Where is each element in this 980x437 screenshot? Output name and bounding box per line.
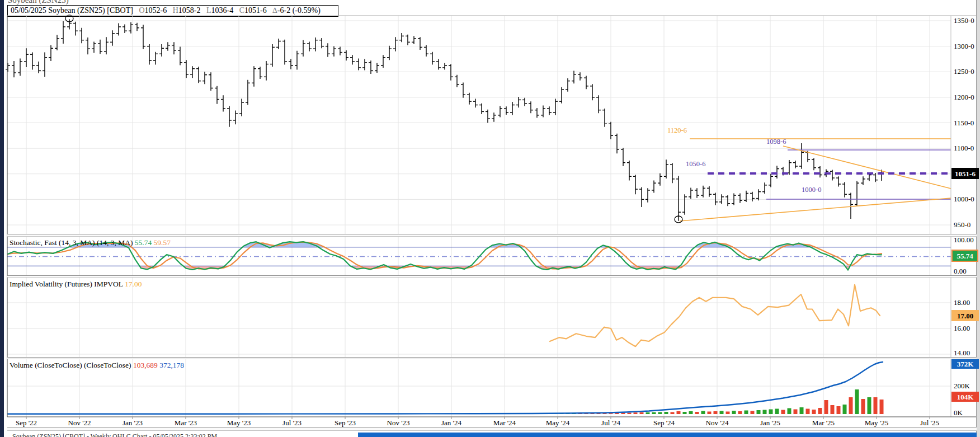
total-volume-badge: 372K xyxy=(951,359,979,369)
x-axis-label: Jan '23 xyxy=(123,419,143,427)
chart-annotation-text: 1050-6 xyxy=(686,160,705,168)
panel-divider[interactable] xyxy=(7,357,977,359)
iv-axis-label: 14.00 xyxy=(954,349,970,358)
price-axis-label: 950-0 xyxy=(954,220,970,229)
x-axis-label: Mar '23 xyxy=(175,419,197,427)
open-interest-value: 372,178 xyxy=(159,361,184,369)
panel-divider[interactable] xyxy=(7,234,977,237)
chart-annotation-text: 1120-6 xyxy=(667,126,687,135)
stochastic-k-value: 55.74 xyxy=(135,238,152,247)
x-axis-label: Jul '23 xyxy=(282,419,301,427)
x-axis-label: Jan '24 xyxy=(441,419,461,427)
stochastic-panel-label: Stochastic, Fast (14, 3, MA) (14, 3, MA)… xyxy=(10,238,171,247)
volume-axis-label: 0K xyxy=(954,408,963,417)
window-right-edge xyxy=(976,0,980,437)
x-axis-label: Mar '24 xyxy=(493,419,516,427)
clipped-footer-text: Soybean (ZSN25) [CBOT] - Weekly OHLC Cha… xyxy=(12,432,370,437)
x-axis-label: Sep '24 xyxy=(653,419,675,427)
x-axis-label: Sep '22 xyxy=(16,419,37,427)
implied-volatility-panel-label: Implied Volatility (Futures) IMPVOL 17.0… xyxy=(10,280,142,289)
volume-panel-label: Volume (CloseToClose) (CloseToClose) 103… xyxy=(10,361,184,370)
price-axis-label: 1150-0 xyxy=(954,119,974,128)
panel-divider[interactable] xyxy=(7,275,977,278)
x-axis-label: Mar '25 xyxy=(812,419,835,427)
panel-divider xyxy=(7,427,977,431)
price-axis-label: 1100-0 xyxy=(954,144,974,153)
x-axis-label: Jul '25 xyxy=(920,419,939,427)
price-axis-label: 1300-0 xyxy=(954,42,974,51)
x-axis-label: Nov '22 xyxy=(68,419,91,427)
implied-volatility-value: 17.00 xyxy=(125,280,142,288)
last-price-badge: 1051-6 xyxy=(951,168,979,179)
stochastic-badge: 55.74 xyxy=(951,250,978,262)
chart-window: Soybean (ZSN25) 05/05/2025 Soybean (ZSN2… xyxy=(0,0,980,437)
bottom-taskbar-strip[interactable] xyxy=(358,433,977,437)
x-axis-label: Nov '24 xyxy=(706,419,729,427)
x-axis-label: Jul '24 xyxy=(601,419,620,427)
stochastic-axis-label: 100.00 xyxy=(954,236,974,245)
iv-axis-label: 18.00 xyxy=(954,298,970,307)
volume-axis-label: 200K xyxy=(954,382,970,391)
iv-axis-label: 16.00 xyxy=(954,324,970,333)
price-axis-label: 1350-0 xyxy=(954,16,974,25)
volume-value: 103,689 xyxy=(133,361,158,369)
x-axis-label: May '25 xyxy=(865,419,888,427)
chart-annotation-text: 1000-0 xyxy=(802,186,821,194)
x-axis-label: Sep '23 xyxy=(334,419,356,427)
chart-canvas[interactable] xyxy=(0,0,980,437)
stochastic-d-value: 59.57 xyxy=(154,238,171,247)
stochastic-axis-label: 0.00 xyxy=(954,267,967,276)
price-axis-label: 1000-0 xyxy=(954,195,974,204)
x-axis-label: May '23 xyxy=(227,419,251,427)
x-axis-label: Nov '23 xyxy=(387,419,410,427)
x-axis-label: Jan '25 xyxy=(760,419,780,427)
volume-badge: 104K xyxy=(951,392,979,402)
price-axis-label: 1250-0 xyxy=(954,67,974,76)
x-axis-label: May '24 xyxy=(546,419,569,427)
chart-annotation-text: 1098-6 xyxy=(766,138,786,146)
implied-volatility-badge: 17.00 xyxy=(951,310,979,321)
price-axis-label: 1200-0 xyxy=(954,93,974,102)
